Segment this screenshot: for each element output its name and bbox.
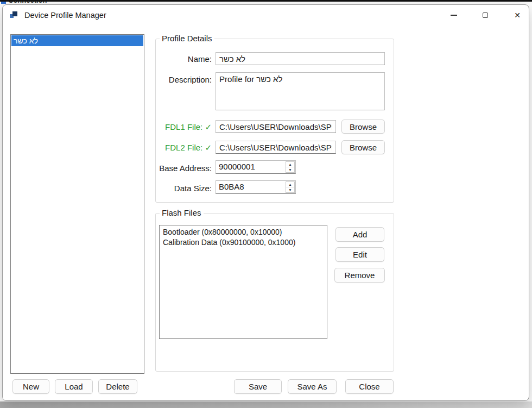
name-label: Name:: [156, 54, 212, 64]
data-size-label: Data Size:: [156, 184, 212, 193]
screen: Connection Device Profile Manager ✕ לא כ…: [0, 0, 532, 408]
maximize-icon: [483, 12, 488, 18]
save-as-button[interactable]: Save As: [288, 379, 337, 394]
remove-button[interactable]: Remove: [334, 268, 385, 283]
minimize-button[interactable]: [441, 5, 466, 26]
fdl1-path-input[interactable]: [216, 120, 336, 133]
background-window-top-edge: [0, 0, 532, 2]
minimize-icon: [451, 15, 457, 16]
spin-up-icon[interactable]: ▲: [286, 162, 294, 167]
load-button[interactable]: Load: [55, 379, 93, 394]
data-size-spin-arrows: ▲ ▼: [286, 181, 295, 193]
spin-down-icon[interactable]: ▼: [286, 187, 294, 192]
profile-details-group: Profile Details Name: Description: Profi…: [155, 39, 394, 203]
new-button[interactable]: New: [12, 379, 49, 394]
profile-list-item[interactable]: לא כשר: [11, 35, 143, 46]
fdl1-label: FDL1 File: ✓: [156, 122, 212, 132]
save-button[interactable]: Save: [234, 379, 282, 394]
delete-button[interactable]: Delete: [98, 379, 137, 394]
flash-files-group: Flash Files Bootloader (0x80000000, 0x10…: [155, 213, 394, 372]
fdl2-browse-button[interactable]: Browse: [341, 140, 385, 154]
description-input[interactable]: Profile for לא כשר: [216, 72, 385, 110]
device-profile-manager-dialog: Device Profile Manager ✕ לא כשר Profile …: [2, 4, 529, 401]
flash-file-list[interactable]: Bootloader (0x80000000, 0x10000) Calibra…: [159, 225, 327, 339]
data-size-value: B0BA8: [219, 182, 244, 191]
window-title: Device Profile Manager: [24, 5, 106, 26]
profile-list[interactable]: לא כשר: [10, 34, 144, 374]
titlebar[interactable]: Device Profile Manager ✕: [3, 5, 529, 26]
name-input[interactable]: [216, 52, 385, 65]
base-address-spinner[interactable]: 90000001 ▲ ▼: [216, 160, 296, 174]
flash-file-item[interactable]: Calibration Data (0x90100000, 0x1000): [160, 237, 327, 248]
description-label: Description:: [156, 75, 212, 84]
app-icon[interactable]: [10, 11, 18, 20]
profile-details-group-label: Profile Details: [160, 34, 214, 43]
base-address-label: Base Address:: [156, 164, 212, 173]
edit-button[interactable]: Edit: [335, 247, 384, 262]
flash-file-item[interactable]: Bootloader (0x80000000, 0x10000): [160, 227, 327, 237]
base-address-spin-arrows: ▲ ▼: [286, 161, 295, 173]
close-dialog-button[interactable]: Close: [345, 379, 394, 394]
fdl1-browse-button[interactable]: Browse: [341, 120, 385, 134]
background-window-bottom-edge: [0, 401, 532, 408]
spin-up-icon[interactable]: ▲: [286, 182, 294, 187]
data-size-spinner[interactable]: B0BA8 ▲ ▼: [216, 180, 296, 194]
base-address-value: 90000001: [219, 162, 255, 171]
add-button[interactable]: Add: [335, 227, 384, 242]
spin-down-icon[interactable]: ▼: [286, 167, 294, 172]
maximize-button[interactable]: [473, 5, 498, 26]
flash-files-group-label: Flash Files: [160, 208, 204, 217]
fdl2-label: FDL2 File: ✓: [156, 143, 212, 153]
close-icon: ✕: [514, 11, 521, 19]
close-button[interactable]: ✕: [505, 5, 530, 26]
fdl2-path-input[interactable]: [216, 141, 336, 154]
